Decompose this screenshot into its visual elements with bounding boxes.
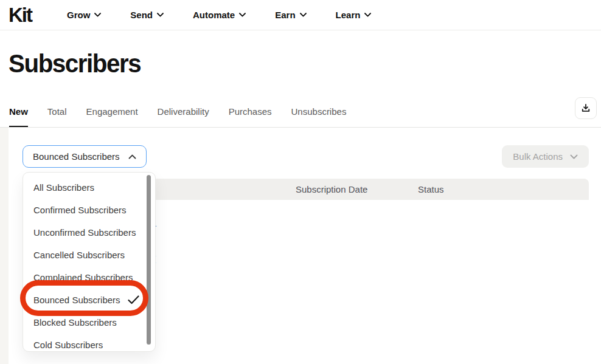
nav-item-automate[interactable]: Automate [193, 10, 246, 20]
nav-item-send[interactable]: Send [130, 10, 164, 20]
kit-logo[interactable]: Kit [9, 5, 32, 26]
nav-item-label: Learn [336, 10, 361, 20]
menu-item-unconfirmed-subscribers[interactable]: Unconfirmed Subscribers [23, 221, 155, 244]
main-menu: Grow Send Automate Earn Learn [67, 10, 371, 20]
nav-item-label: Grow [67, 10, 90, 20]
nav-item-label: Earn [275, 10, 295, 20]
menu-item-bounced-subscribers[interactable]: Bounced Subscribers [23, 289, 155, 311]
nav-item-label: Automate [193, 10, 235, 20]
nav-item-learn[interactable]: Learn [336, 10, 372, 20]
tab-deliverability[interactable]: Deliverability [158, 97, 209, 128]
tab-engagement[interactable]: Engagement [86, 97, 138, 128]
page-title: Subscribers [9, 50, 141, 78]
chevron-down-icon [94, 13, 101, 17]
bulk-actions-label: Bulk Actions [513, 151, 563, 162]
menu-item-confirmed-subscribers[interactable]: Confirmed Subscribers [23, 199, 155, 221]
page-left-margin [0, 128, 9, 364]
top-nav: Kit Grow Send Automate Earn Learn [0, 0, 601, 30]
chevron-down-icon [570, 154, 578, 159]
tab-new[interactable]: New [9, 97, 28, 128]
checkmark-icon [128, 295, 139, 304]
menu-item-label: Bounced Subscribers [33, 295, 120, 305]
tabs-row: New Total Engagement Deliverability Purc… [0, 97, 601, 128]
menu-item-cold-subscribers[interactable]: Cold Subscribers [23, 334, 155, 356]
chevron-down-icon [300, 13, 307, 17]
download-icon [580, 103, 591, 114]
menu-item-complained-subscribers[interactable]: Complained Subscribers [23, 266, 155, 289]
menu-item-blocked-subscribers[interactable]: Blocked Subscribers [23, 311, 155, 334]
chevron-up-icon [128, 154, 136, 159]
chevron-down-icon [239, 13, 246, 17]
menu-item-all-subscribers[interactable]: All Subscribers [23, 176, 155, 199]
subscriber-filter-menu: All Subscribers Confirmed Subscribers Un… [23, 172, 156, 352]
tabs: New Total Engagement Deliverability Purc… [0, 97, 601, 128]
tab-unsubscribes[interactable]: Unsubscribes [291, 97, 347, 128]
nav-item-earn[interactable]: Earn [275, 10, 306, 20]
bulk-actions-button[interactable]: Bulk Actions [502, 145, 589, 168]
subscriber-filter-label: Bounced Subscribers [33, 151, 120, 162]
nav-item-label: Send [130, 10, 153, 20]
nav-item-grow[interactable]: Grow [67, 10, 101, 20]
dropdown-scrollbar-thumb[interactable] [147, 175, 151, 345]
tab-total[interactable]: Total [47, 97, 67, 128]
menu-item-cancelled-subscribers[interactable]: Cancelled Subscribers [23, 244, 155, 266]
tabs-divider [0, 127, 601, 128]
subscriber-filter-dropdown-button[interactable]: Bounced Subscribers [23, 145, 147, 168]
download-button[interactable] [575, 97, 597, 119]
column-header-status: Status [418, 179, 444, 200]
column-header-subscription-date: Subscription Date [296, 179, 367, 200]
chevron-down-icon [364, 13, 371, 17]
tab-purchases[interactable]: Purchases [229, 97, 272, 128]
chevron-down-icon [157, 13, 164, 17]
